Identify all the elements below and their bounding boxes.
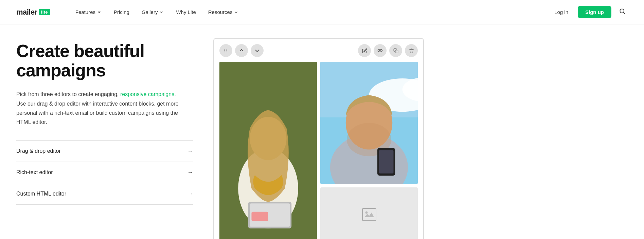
main-content: Create beautiful campaigns Pick from thr…	[0, 24, 644, 239]
arrow-right-icon: →	[187, 191, 193, 197]
logo-link[interactable]: mailer lite	[16, 8, 50, 17]
svg-point-3	[225, 50, 225, 51]
hero-left-column: Create beautiful campaigns Pick from thr…	[16, 38, 193, 205]
login-button[interactable]: Log in	[550, 6, 572, 18]
responsive-link[interactable]: responsive campaigns	[120, 91, 174, 97]
svg-point-9	[379, 50, 381, 51]
hero-title: Create beautiful campaigns	[16, 41, 193, 80]
drag-handle-button[interactable]	[219, 44, 232, 57]
man-phone-image	[320, 62, 418, 184]
move-down-button[interactable]	[251, 44, 264, 57]
logo-lite-badge: lite	[39, 9, 50, 15]
panel-toolbar	[219, 44, 418, 57]
svg-rect-26	[379, 150, 394, 173]
svg-rect-10	[395, 50, 398, 53]
nav-item-features[interactable]: Features	[71, 6, 106, 18]
editor-link-html[interactable]: Custom HTML editor →	[16, 183, 193, 205]
arrow-right-icon: →	[187, 169, 193, 176]
chevron-down-icon	[97, 10, 102, 15]
move-up-button[interactable]	[235, 44, 248, 57]
panel-images-grid	[219, 62, 418, 239]
svg-point-7	[227, 52, 227, 52]
logo-mailer-text: mailer	[16, 8, 37, 17]
chevron-down-icon	[234, 10, 238, 15]
nav-links: Features Pricing Gallery Why Lite Resour…	[71, 6, 550, 18]
toolbar-right-controls	[358, 44, 418, 57]
signup-button[interactable]: Sign up	[578, 6, 611, 18]
nav-item-whylite[interactable]: Why Lite	[171, 6, 200, 18]
image-right-top	[320, 62, 418, 184]
svg-point-28	[365, 212, 368, 214]
image-left-tall	[219, 62, 317, 239]
svg-point-4	[225, 52, 225, 52]
editor-link-rich-text[interactable]: Rich-text editor →	[16, 162, 193, 183]
navigation: mailer lite Features Pricing Gallery Why…	[0, 0, 644, 24]
image-right-bottom	[320, 187, 418, 239]
svg-rect-17	[251, 212, 268, 221]
woman-laptop-image	[219, 62, 317, 239]
svg-point-8	[378, 49, 382, 52]
image-placeholder-icon	[362, 208, 376, 221]
search-icon[interactable]	[617, 6, 628, 18]
nav-right: Log in Sign up	[550, 6, 628, 18]
svg-line-1	[624, 13, 625, 14]
hero-right-column	[213, 38, 628, 239]
editor-links-list: Drag & drop editor → Rich-text editor → …	[16, 140, 193, 205]
nav-item-resources[interactable]: Resources	[203, 6, 244, 18]
hero-description: Pick from three editors to create engagi…	[16, 90, 179, 127]
edit-button[interactable]	[358, 44, 371, 57]
preview-button[interactable]	[374, 44, 387, 57]
duplicate-button[interactable]	[389, 44, 402, 57]
image-placeholder	[320, 187, 418, 239]
arrow-right-icon: →	[187, 148, 193, 154]
svg-point-6	[227, 50, 227, 51]
toolbar-left-controls	[219, 44, 264, 57]
preview-panel	[213, 38, 424, 239]
chevron-down-icon	[159, 10, 164, 15]
nav-item-gallery[interactable]: Gallery	[137, 6, 169, 18]
nav-item-pricing[interactable]: Pricing	[109, 6, 134, 18]
delete-button[interactable]	[405, 44, 418, 57]
svg-rect-27	[362, 208, 376, 221]
svg-point-2	[225, 49, 225, 50]
editor-link-drag-drop[interactable]: Drag & drop editor →	[16, 141, 193, 162]
svg-point-5	[227, 49, 227, 50]
